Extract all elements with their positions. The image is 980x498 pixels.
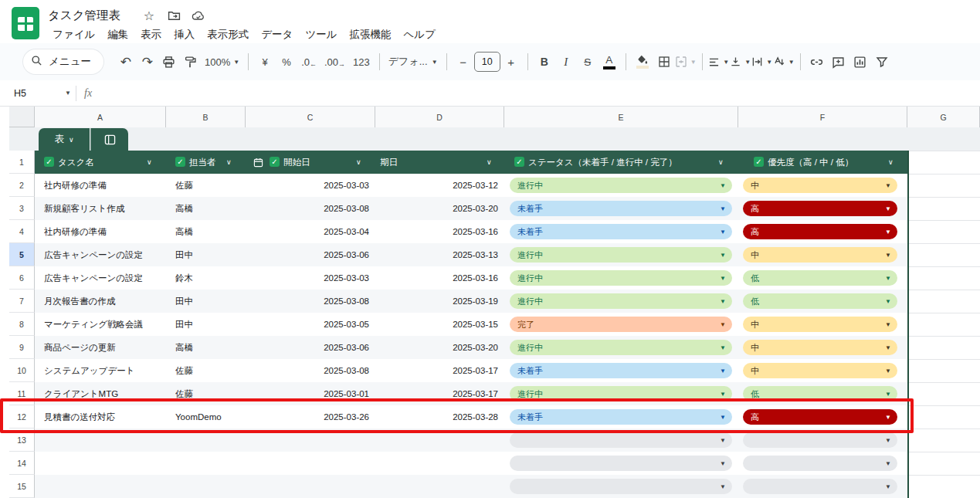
table-view-tab[interactable] bbox=[90, 128, 128, 151]
row-header-13[interactable]: 13 bbox=[9, 429, 35, 452]
row-header-7[interactable]: 7 bbox=[9, 290, 35, 313]
column-header-E[interactable]: E bbox=[504, 107, 738, 127]
status-chip[interactable]: 未着手▼ bbox=[510, 363, 732, 378]
column-header-C[interactable]: C bbox=[246, 107, 375, 127]
priority-chip[interactable]: 高▼ bbox=[743, 409, 897, 425]
cell-start-date[interactable]: 2025-03-05 bbox=[246, 313, 369, 336]
header-dropdown-icon[interactable]: ∨ bbox=[888, 151, 894, 174]
cell-due-date[interactable]: 2025-03-20 bbox=[375, 197, 498, 220]
priority-chip[interactable]: 低▼ bbox=[743, 293, 897, 309]
cell-due-date[interactable]: 2025-03-12 bbox=[375, 174, 498, 197]
cell-assignee[interactable]: 佐藤 bbox=[175, 174, 243, 197]
row-header-5[interactable]: 5 bbox=[9, 243, 35, 266]
table-header-label-2[interactable]: 開始日 bbox=[283, 151, 310, 174]
cell-due-date[interactable]: 2025-03-16 bbox=[375, 266, 498, 290]
cell-start-date[interactable]: 2025-03-06 bbox=[246, 243, 369, 266]
row-header-14[interactable]: 14 bbox=[9, 452, 35, 475]
status-chip[interactable]: 未着手▼ bbox=[510, 409, 732, 425]
cell-assignee[interactable]: 佐藤 bbox=[175, 382, 243, 405]
cell-start-date[interactable]: 2025-03-03 bbox=[246, 266, 369, 290]
cell-task[interactable]: マーケティング戦略会議 bbox=[44, 313, 164, 336]
status-chip-empty[interactable]: ▼ bbox=[510, 456, 732, 471]
table-header-label-3[interactable]: 期日 bbox=[380, 151, 398, 174]
cell-task[interactable]: 社内研修の準備 bbox=[44, 174, 164, 197]
table-header-label-5[interactable]: 優先度（高 / 中 / 低） bbox=[768, 151, 853, 174]
cell-assignee[interactable]: YoomDemo bbox=[175, 405, 243, 429]
row-header-10[interactable]: 10 bbox=[9, 359, 35, 382]
row-header-3[interactable]: 3 bbox=[9, 197, 35, 220]
cell-start-date[interactable]: 2025-03-03 bbox=[246, 174, 369, 197]
row-header-12[interactable]: 12 bbox=[9, 405, 35, 429]
row-header-11[interactable]: 11 bbox=[9, 382, 35, 405]
status-chip-empty[interactable]: ▼ bbox=[510, 432, 732, 448]
priority-chip[interactable]: 中▼ bbox=[743, 178, 897, 193]
status-chip[interactable]: 進行中▼ bbox=[510, 270, 732, 286]
cell-due-date[interactable]: 2025-03-20 bbox=[375, 336, 498, 359]
priority-chip[interactable]: 高▼ bbox=[743, 201, 897, 216]
cell-assignee[interactable]: 鈴木 bbox=[175, 266, 243, 290]
table-header-label-1[interactable]: 担当者 bbox=[189, 151, 216, 174]
priority-chip[interactable]: 中▼ bbox=[743, 340, 897, 355]
cell-task[interactable]: クライアントMTG bbox=[44, 382, 164, 405]
column-header-G[interactable]: G bbox=[907, 107, 980, 127]
status-chip[interactable]: 完了▼ bbox=[510, 317, 732, 332]
cell-start-date[interactable]: 2025-03-08 bbox=[246, 197, 369, 220]
cell-task[interactable]: 商品ページの更新 bbox=[44, 336, 164, 359]
priority-chip[interactable]: 中▼ bbox=[743, 317, 897, 332]
cell-due-date[interactable]: 2025-03-17 bbox=[375, 382, 498, 405]
cell-assignee[interactable]: 高橋 bbox=[175, 220, 243, 243]
cell-assignee[interactable]: 高橋 bbox=[175, 336, 243, 359]
cell-task[interactable]: 見積書の送付対応 bbox=[44, 405, 164, 429]
status-chip[interactable]: 未着手▼ bbox=[510, 224, 732, 239]
table-header-label-4[interactable]: ステータス（未着手 / 進行中 / 完了） bbox=[528, 151, 677, 174]
cell-assignee[interactable]: 田中 bbox=[175, 313, 243, 336]
cell-task[interactable]: 広告キャンペーンの設定 bbox=[44, 266, 164, 290]
cell-task[interactable]: 社内研修の準備 bbox=[44, 220, 164, 243]
priority-chip-empty[interactable]: ▼ bbox=[743, 456, 897, 471]
cell-assignee[interactable]: 田中 bbox=[175, 290, 243, 313]
status-chip[interactable]: 進行中▼ bbox=[510, 247, 732, 263]
row-header-1[interactable]: 1 bbox=[9, 151, 35, 174]
header-dropdown-icon[interactable]: ∨ bbox=[487, 151, 492, 174]
header-dropdown-icon[interactable]: ∨ bbox=[356, 151, 361, 174]
status-chip[interactable]: 進行中▼ bbox=[510, 340, 732, 355]
priority-chip[interactable]: 中▼ bbox=[743, 363, 897, 378]
cell-due-date[interactable]: 2025-03-15 bbox=[375, 313, 498, 336]
column-header-A[interactable]: A bbox=[35, 107, 166, 127]
select-all-corner[interactable] bbox=[9, 107, 35, 127]
priority-chip-empty[interactable]: ▼ bbox=[743, 479, 897, 494]
row-header-15[interactable]: 15 bbox=[9, 475, 35, 498]
column-header-F[interactable]: F bbox=[738, 107, 907, 127]
column-header-B[interactable]: B bbox=[166, 107, 246, 127]
cell-start-date[interactable]: 2025-03-01 bbox=[246, 382, 369, 405]
header-dropdown-icon[interactable]: ∨ bbox=[718, 151, 724, 174]
cell-assignee[interactable]: 高橋 bbox=[175, 197, 243, 220]
cell-assignee[interactable]: 田中 bbox=[175, 243, 243, 266]
cell-task[interactable]: システムアップデート bbox=[44, 359, 164, 382]
status-chip[interactable]: 進行中▼ bbox=[510, 386, 732, 401]
header-dropdown-icon[interactable]: ∨ bbox=[226, 151, 232, 174]
priority-chip[interactable]: 低▼ bbox=[743, 270, 897, 286]
column-header-D[interactable]: D bbox=[375, 107, 504, 127]
cell-task[interactable]: 新規顧客リスト作成 bbox=[44, 197, 164, 220]
priority-chip[interactable]: 低▼ bbox=[743, 386, 897, 401]
header-dropdown-icon[interactable]: ∨ bbox=[147, 151, 152, 174]
table-name-tab[interactable]: 表∨ bbox=[39, 128, 90, 151]
cell-start-date[interactable]: 2025-03-06 bbox=[246, 336, 369, 359]
cell-assignee[interactable]: 佐藤 bbox=[175, 359, 243, 382]
status-chip[interactable]: 進行中▼ bbox=[510, 293, 732, 309]
cell-start-date[interactable]: 2025-03-08 bbox=[246, 290, 369, 313]
cell-due-date[interactable]: 2025-03-13 bbox=[375, 243, 498, 266]
row-header-8[interactable]: 8 bbox=[9, 313, 35, 336]
cell-due-date[interactable]: 2025-03-17 bbox=[375, 359, 498, 382]
status-chip-empty[interactable]: ▼ bbox=[510, 479, 732, 494]
priority-chip[interactable]: 中▼ bbox=[743, 247, 897, 263]
cell-start-date[interactable]: 2025-03-04 bbox=[246, 220, 369, 243]
priority-chip-empty[interactable]: ▼ bbox=[743, 432, 897, 448]
status-chip[interactable]: 未着手▼ bbox=[510, 201, 732, 216]
cell-start-date[interactable]: 2025-03-08 bbox=[246, 359, 369, 382]
cell-due-date[interactable]: 2025-03-28 bbox=[375, 405, 498, 429]
priority-chip[interactable]: 高▼ bbox=[743, 224, 897, 239]
cell-due-date[interactable]: 2025-03-19 bbox=[375, 290, 498, 313]
row-header-4[interactable]: 4 bbox=[9, 220, 35, 243]
